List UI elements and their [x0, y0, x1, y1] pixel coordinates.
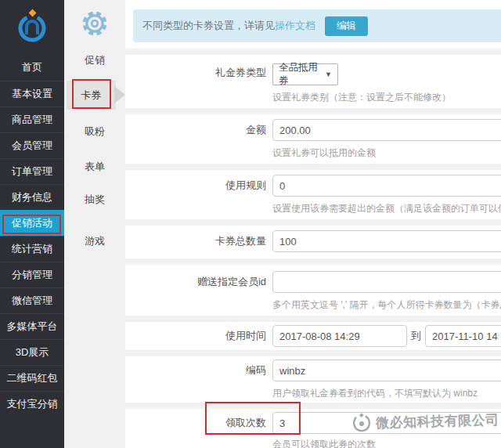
code-helper: 用户领取礼金券看到的代码，不填写默认为 winbz [272, 388, 501, 399]
sidebar-item-order-mgmt[interactable]: 订单管理 [0, 158, 64, 184]
gear-icon [81, 9, 109, 38]
app-logo[interactable] [0, 0, 64, 52]
field-code: 编码 用户领取礼金券看到的代码，不填写默认为 winbz [125, 356, 501, 403]
field-member-id: 赠送指定会员id 多个用英文逗号 ',' 隔开，每个人所得卡券数量为（卡券总数量… [125, 265, 501, 316]
code-label: 编码 [125, 359, 272, 381]
claim-count-input[interactable] [272, 412, 501, 434]
edit-button[interactable]: 编辑 [325, 16, 368, 36]
usage-rule-input[interactable] [272, 175, 501, 197]
coupon-type-helper: 设置礼券类别（注意：设置之后不能修改） [272, 92, 501, 103]
caret-down-icon: ▼ [325, 70, 332, 78]
selected-notch-arrow-icon [114, 86, 125, 103]
amount-label: 金额 [125, 119, 272, 141]
separator [125, 219, 501, 226]
coupon-type-value: 全品抵用券 [279, 61, 325, 88]
coupon-type-label: 礼金券类型 [125, 62, 272, 84]
sidebar: 首页 基本设置 商品管理 会员管理 订单管理 财务信息 促销活动 统计营销 分销… [0, 0, 64, 448]
sidebar-item-basic-settings[interactable]: 基本设置 [0, 81, 64, 107]
member-id-label: 赠送指定会员id [125, 271, 272, 293]
separator [125, 164, 501, 170]
logo-icon [14, 8, 50, 44]
claim-count-helper: 会员可以领取此券的次数 [272, 439, 501, 448]
sidebar-item-distribution-mgmt[interactable]: 分销管理 [0, 262, 64, 287]
subnav-item-forms[interactable]: 表单 [64, 159, 125, 175]
subnav-item-promotion[interactable]: 促销 [64, 52, 125, 68]
subnav-item-attract-fans[interactable]: 吸粉 [64, 124, 125, 139]
main-content: 不同类型的卡券设置，详请见操作文档 编辑 礼金券类型 全品抵用券 ▼ 设置礼券类… [125, 0, 501, 448]
separator [125, 49, 501, 55]
total-count-input[interactable] [272, 230, 501, 252]
sidebar-item-3d-display[interactable]: 3D展示 [0, 339, 64, 365]
subnav-item-games[interactable]: 游戏 [64, 233, 125, 249]
total-count-label: 卡券总数量 [125, 230, 272, 252]
sidebar-item-finance-info[interactable]: 财务信息 [0, 184, 64, 210]
sidebar-item-multimedia[interactable]: 多媒体平台 [0, 313, 64, 339]
field-total-count: 卡券总数量 [125, 226, 501, 258]
member-id-input[interactable] [272, 271, 501, 293]
date-to-input[interactable] [425, 325, 501, 347]
sidebar-item-alipay-distribution[interactable]: 支付宝分销 [0, 391, 64, 417]
separator [125, 403, 501, 409]
separator [125, 258, 501, 265]
sidebar-nav: 首页 基本设置 商品管理 会员管理 订单管理 财务信息 促销活动 统计营销 分销… [0, 52, 64, 417]
date-from-input[interactable] [272, 325, 407, 347]
field-claim-count: 领取次数 会员可以领取此券的次数 [125, 409, 501, 448]
notice-bar: 不同类型的卡券设置，详请见操作文档 编辑 [133, 9, 501, 42]
claim-count-label: 领取次数 [125, 412, 272, 434]
sidebar-item-home[interactable]: 首页 [0, 55, 64, 81]
subnav-item-coupons[interactable]: 卡券 [67, 81, 116, 110]
date-separator: 到 [407, 329, 425, 343]
subnav-item-lottery[interactable]: 抽奖 [64, 192, 125, 208]
separator [125, 108, 501, 114]
sidebar-item-qrcode-redpacket[interactable]: 二维码红包 [0, 365, 64, 391]
usage-rule-helper: 设置使用该券需要超出的金额（满足该金额的订单可以使用该券） [272, 203, 501, 215]
field-coupon-type: 礼金券类型 全品抵用券 ▼ 设置礼券类别（注意：设置之后不能修改） [125, 55, 501, 108]
separator [125, 350, 501, 356]
usage-rule-label: 使用规则 [125, 175, 272, 197]
field-usage-rule: 使用规则 设置使用该券需要超出的金额（满足该金额的订单可以使用该券） [125, 170, 501, 219]
field-amount: 金额 设置礼券可以抵用的金额 [125, 114, 501, 164]
coupon-settings-page: 首页 基本设置 商品管理 会员管理 订单管理 财务信息 促销活动 统计营销 分销… [0, 0, 501, 448]
sidebar-item-promotions[interactable]: 促销活动 [0, 210, 64, 236]
sidebar-item-member-mgmt[interactable]: 会员管理 [0, 132, 64, 158]
amount-helper: 设置礼券可以抵用的金额 [272, 147, 501, 159]
usage-time-label: 使用时间 [125, 325, 272, 347]
docs-link[interactable]: 操作文档 [275, 19, 315, 33]
sidebar-item-wechat-mgmt[interactable]: 微信管理 [0, 287, 64, 313]
notice-text: 不同类型的卡券设置，详请见 [142, 19, 275, 33]
settings-gear[interactable] [64, 9, 125, 41]
code-input[interactable] [272, 359, 501, 381]
separator [125, 316, 501, 322]
sidebar-item-product-mgmt[interactable]: 商品管理 [0, 107, 64, 132]
coupon-type-select[interactable]: 全品抵用券 ▼ [272, 63, 338, 85]
amount-input[interactable] [272, 119, 501, 141]
subnav: 促销 卡券 吸粉 表单 抽奖 游戏 [64, 0, 125, 448]
member-id-helper: 多个用英文逗号 ',' 隔开，每个人所得卡券数量为（卡券总数量/会 [272, 299, 501, 311]
sidebar-item-stats-marketing[interactable]: 统计营销 [0, 236, 64, 262]
field-usage-time: 使用时间 到 [125, 322, 501, 350]
